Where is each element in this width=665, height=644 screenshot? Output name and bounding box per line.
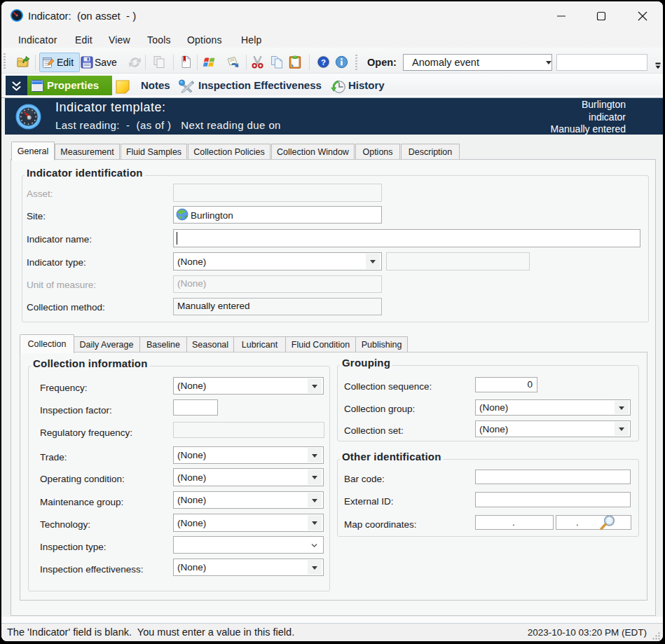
svg-text:?: ? bbox=[321, 58, 326, 67]
